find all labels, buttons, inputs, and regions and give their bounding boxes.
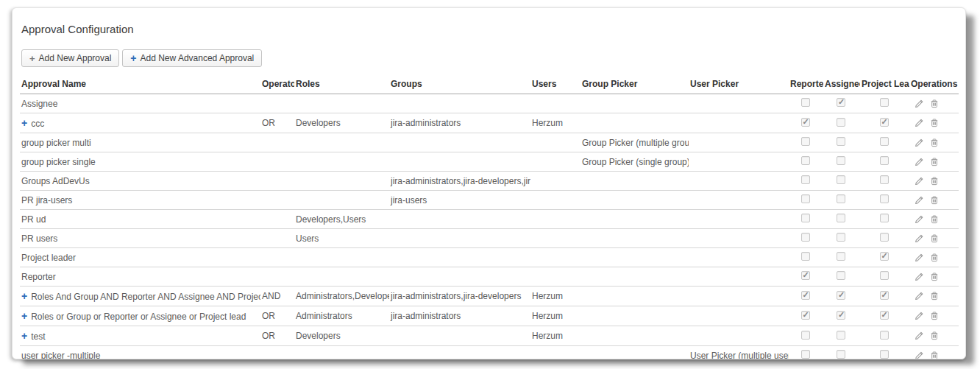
reporter-checkbox[interactable] <box>801 252 810 261</box>
assignee-checkbox[interactable] <box>837 175 845 184</box>
expand-plus-icon[interactable]: + <box>21 330 27 342</box>
assignee-checkbox[interactable] <box>837 331 845 340</box>
project-lead-checkbox[interactable] <box>880 194 889 203</box>
project-lead-checkbox[interactable] <box>880 271 889 280</box>
edit-pencil-icon[interactable] <box>914 311 924 321</box>
project-lead-checkbox[interactable] <box>880 214 889 222</box>
delete-trash-icon[interactable] <box>929 233 940 244</box>
approval-name: group picker single <box>21 157 96 167</box>
edit-pencil-icon[interactable] <box>914 291 924 301</box>
user-picker-cell <box>689 229 789 248</box>
edit-pencil-icon[interactable] <box>914 195 924 205</box>
delete-trash-icon[interactable] <box>929 118 940 128</box>
operator-cell <box>260 346 294 360</box>
delete-trash-icon[interactable] <box>929 214 940 225</box>
reporter-checkbox[interactable] <box>801 98 810 107</box>
edit-pencil-icon[interactable] <box>914 176 924 186</box>
project-lead-checkbox[interactable] <box>880 233 889 242</box>
user-picker-cell <box>689 113 789 133</box>
assignee-checkbox[interactable] <box>837 350 845 359</box>
assignee-checkbox[interactable] <box>837 233 845 242</box>
assignee-checkbox[interactable] <box>837 291 845 300</box>
delete-trash-icon[interactable] <box>929 272 940 282</box>
project-lead-checkbox[interactable] <box>880 156 889 165</box>
assignee-checkbox[interactable] <box>837 252 845 261</box>
delete-trash-icon[interactable] <box>929 176 940 186</box>
expand-plus-icon[interactable]: + <box>21 117 27 129</box>
edit-pencil-icon[interactable] <box>914 272 924 282</box>
assignee-checkbox[interactable] <box>837 156 845 165</box>
delete-trash-icon[interactable] <box>929 331 940 341</box>
expand-plus-icon[interactable]: + <box>21 310 27 322</box>
reporter-checkbox[interactable] <box>801 291 810 300</box>
assignee-checkbox[interactable] <box>837 118 845 127</box>
assignee-checkbox[interactable] <box>837 98 845 107</box>
edit-pencil-icon[interactable] <box>914 253 924 263</box>
assignee-checkbox[interactable] <box>837 214 845 222</box>
reporter-checkbox[interactable] <box>801 137 810 146</box>
add-new-approval-button[interactable]: + Add New Approval <box>21 49 119 67</box>
assignee-checkbox[interactable] <box>837 137 845 146</box>
group-picker-cell <box>580 287 689 306</box>
add-new-advanced-approval-button[interactable]: + Add New Advanced Approval <box>122 49 262 67</box>
operator-cell <box>260 172 294 191</box>
operator-cell <box>260 267 294 287</box>
assignee-checkbox[interactable] <box>837 271 845 280</box>
delete-trash-icon[interactable] <box>929 351 940 359</box>
edit-pencil-icon[interactable] <box>914 351 924 359</box>
expand-plus-icon[interactable]: + <box>21 290 27 302</box>
delete-trash-icon[interactable] <box>929 99 940 109</box>
reporter-checkbox[interactable] <box>801 233 810 242</box>
assignee-checkbox[interactable] <box>837 311 845 320</box>
reporter-checkbox[interactable] <box>801 350 810 359</box>
edit-pencil-icon[interactable] <box>914 99 924 109</box>
roles-cell <box>294 152 389 172</box>
delete-trash-icon[interactable] <box>929 311 940 321</box>
project-lead-checkbox[interactable] <box>880 98 889 107</box>
reporter-checkbox[interactable] <box>801 194 810 203</box>
reporter-checkbox[interactable] <box>801 214 810 222</box>
roles-cell <box>294 248 389 267</box>
edit-pencil-icon[interactable] <box>914 157 924 167</box>
add-new-advanced-approval-label: Add New Advanced Approval <box>141 53 255 63</box>
roles-cell: Developers <box>294 326 389 346</box>
project-lead-checkbox[interactable] <box>880 118 889 127</box>
edit-pencil-icon[interactable] <box>914 138 924 148</box>
delete-trash-icon[interactable] <box>929 157 940 167</box>
approvals-table: Approval Name Operator Roles Groups User… <box>20 76 959 359</box>
edit-pencil-icon[interactable] <box>914 214 924 225</box>
assignee-checkbox[interactable] <box>837 194 845 203</box>
delete-trash-icon[interactable] <box>929 253 940 263</box>
project-lead-checkbox[interactable] <box>880 291 889 300</box>
approval-name: PR ud <box>21 214 46 225</box>
project-lead-checkbox[interactable] <box>880 350 889 359</box>
edit-pencil-icon[interactable] <box>914 118 924 128</box>
project-lead-checkbox[interactable] <box>880 311 889 320</box>
project-lead-checkbox[interactable] <box>880 252 889 261</box>
reporter-checkbox[interactable] <box>801 118 810 127</box>
project-lead-checkbox[interactable] <box>880 331 889 340</box>
reporter-checkbox[interactable] <box>801 271 810 280</box>
delete-trash-icon[interactable] <box>929 291 940 301</box>
delete-trash-icon[interactable] <box>929 138 940 148</box>
edit-pencil-icon[interactable] <box>914 233 924 244</box>
users-cell <box>530 210 580 229</box>
reporter-checkbox[interactable] <box>801 311 810 320</box>
edit-pencil-icon[interactable] <box>914 331 924 341</box>
groups-cell: jira-users <box>389 191 530 210</box>
user-picker-cell <box>689 306 789 326</box>
col-group-picker: Group Picker <box>580 76 689 94</box>
project-lead-checkbox[interactable] <box>880 137 889 146</box>
reporter-checkbox[interactable] <box>801 156 810 165</box>
group-picker-cell <box>580 267 689 287</box>
delete-trash-icon[interactable] <box>929 195 940 205</box>
groups-cell <box>389 94 530 113</box>
project-lead-checkbox[interactable] <box>880 175 889 184</box>
users-cell: Herzum <box>530 326 580 346</box>
groups-cell <box>389 248 530 267</box>
reporter-checkbox[interactable] <box>801 175 810 184</box>
user-picker-cell <box>689 248 789 267</box>
user-picker-cell <box>689 267 789 287</box>
operator-cell <box>260 191 294 210</box>
reporter-checkbox[interactable] <box>801 331 810 340</box>
